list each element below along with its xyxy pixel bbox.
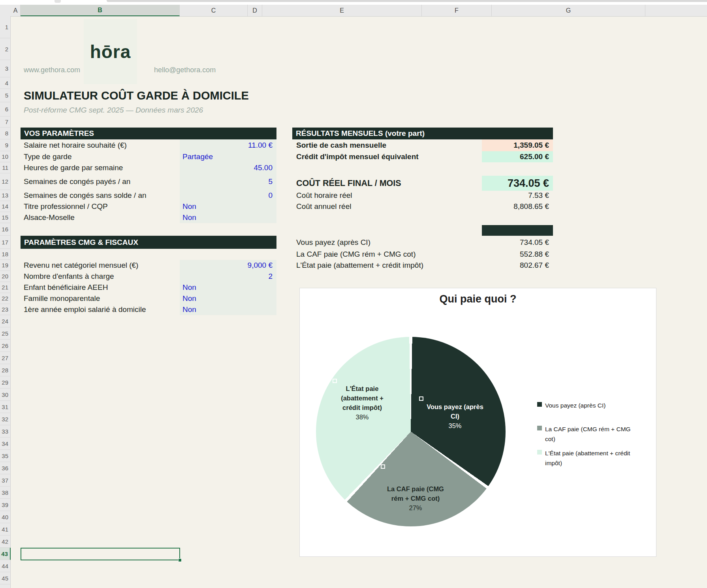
pie-slice-label: La CAF paie (CMGrém + CMG cot)27% [387, 484, 444, 513]
param-input-cell[interactable]: 2 [180, 271, 273, 282]
spreadsheet-app: ABCDEFG 12345678910111213141516171819202… [0, 0, 707, 588]
row-header-13[interactable]: 13 [0, 190, 11, 201]
result-value: 734.05 € [482, 176, 549, 191]
row-header-35[interactable]: 35 [0, 450, 11, 462]
row-header-40[interactable]: 40 [0, 511, 11, 523]
row-header-39[interactable]: 39 [0, 499, 11, 511]
row-header-12[interactable]: 12 [0, 173, 11, 190]
cmg-section-title: PARAMÈTRES CMG & FISCAUX [24, 238, 138, 247]
fill-handle[interactable] [178, 558, 182, 562]
logo-box: hōra [84, 19, 137, 84]
param-input-cell[interactable]: 0 [180, 190, 273, 201]
row-header-30[interactable]: 30 [0, 389, 11, 401]
row-header-19[interactable]: 19 [0, 260, 11, 271]
row-header-37[interactable]: 37 [0, 474, 11, 487]
email-link[interactable]: hello@gethora.com [154, 66, 216, 74]
data-label-key-square [419, 396, 423, 401]
param-input-cell[interactable]: Partagée [182, 151, 213, 162]
row-header-8[interactable]: 8 [0, 128, 11, 139]
row-header-15[interactable]: 15 [0, 212, 11, 223]
param-label: Enfant bénéficiaire AEEH [24, 282, 108, 293]
result-label: Coût annuel réel [296, 201, 351, 212]
row-header-5[interactable]: 5 [0, 89, 11, 102]
param-label: Semaines de congés payés / an [24, 173, 130, 190]
row-header-18[interactable]: 18 [0, 249, 11, 260]
row-header-17[interactable]: 17 [0, 236, 11, 249]
row-header-2[interactable]: 2 [0, 38, 11, 60]
row-header-34[interactable]: 34 [0, 438, 11, 450]
param-input-cell[interactable]: Non [182, 201, 196, 212]
row-header-4[interactable]: 4 [0, 77, 11, 89]
page-subtitle: Post-réforme CMG sept. 2025 — Données ma… [24, 106, 203, 115]
row-header-3[interactable]: 3 [0, 60, 11, 77]
breakdown-label: Vous payez (après CI) [296, 236, 370, 249]
breakdown-value: 802.67 € [482, 260, 549, 271]
row-header-46[interactable]: 46 [0, 584, 11, 588]
param-input-cell[interactable]: 5 [180, 173, 273, 190]
row-header-31[interactable]: 31 [0, 401, 11, 413]
column-header-F[interactable]: F [422, 5, 492, 16]
param-label: Type de garde [24, 151, 71, 162]
row-header-1[interactable]: 1 [0, 16, 11, 38]
param-label: Famille monoparentale [24, 293, 100, 304]
row-header-43[interactable]: 43 [0, 548, 11, 560]
row-header-32[interactable]: 32 [0, 413, 11, 425]
param-input-cell[interactable]: Non [182, 282, 196, 293]
legend-swatch-icon [537, 450, 542, 455]
row-header-14[interactable]: 14 [0, 201, 11, 212]
param-input-cell[interactable]: 11.00 € [180, 139, 273, 151]
row-header-23[interactable]: 23 [0, 304, 11, 315]
column-header-B[interactable]: B [21, 5, 180, 16]
row-header-26[interactable]: 26 [0, 340, 11, 352]
top-chrome-notch [55, 0, 61, 3]
param-label: Nombre d'enfants à charge [24, 271, 114, 282]
legend-item[interactable]: La CAF paie (CMG rém + CMGcot) [537, 424, 650, 444]
row-header-16[interactable]: 16 [0, 223, 11, 236]
website-link[interactable]: www.gethora.com [24, 66, 80, 74]
column-header-D[interactable]: D [248, 5, 262, 16]
row-header-42[interactable]: 42 [0, 535, 11, 548]
data-label-key-square [381, 464, 385, 469]
row-header-21[interactable]: 21 [0, 282, 11, 293]
row-header-41[interactable]: 41 [0, 523, 11, 535]
param-input-cell[interactable]: Non [182, 304, 196, 315]
data-label-key-square [333, 379, 337, 383]
breakdown-value: 734.05 € [482, 236, 549, 249]
row-header-33[interactable]: 33 [0, 425, 11, 438]
row-header-29[interactable]: 29 [0, 376, 11, 389]
row-header-10[interactable]: 10 [0, 151, 11, 162]
row-header-9[interactable]: 9 [0, 139, 11, 151]
result-label: Coût horaire réel [296, 190, 352, 201]
column-header-G[interactable]: G [492, 5, 645, 16]
row-header-44[interactable]: 44 [0, 560, 11, 572]
row-header-22[interactable]: 22 [0, 293, 11, 304]
results-section-title: RÉSULTATS MENSUELS (votre part) [296, 129, 425, 138]
legend-item[interactable]: L'État paie (abattement + créditimpôt) [537, 448, 650, 468]
row-header-6[interactable]: 6 [0, 102, 11, 116]
row-header-38[interactable]: 38 [0, 487, 11, 499]
row-header-25[interactable]: 25 [0, 327, 11, 340]
row-header-45[interactable]: 45 [0, 572, 11, 584]
param-input-cell[interactable]: 45.00 [180, 162, 273, 173]
param-input-cell[interactable]: Non [182, 212, 196, 223]
row-header-11[interactable]: 11 [0, 162, 11, 173]
column-header-C[interactable]: C [180, 5, 248, 16]
row-header-36[interactable]: 36 [0, 462, 11, 474]
column-header-A[interactable]: A [11, 5, 21, 16]
param-input-cell[interactable]: Non [182, 293, 196, 304]
column-header-E[interactable]: E [262, 5, 422, 16]
legend-label: Vous payez (après CI) [545, 400, 605, 410]
row-header-20[interactable]: 20 [0, 271, 11, 282]
result-value: 8,808.65 € [482, 201, 549, 212]
selected-cell-b43[interactable] [21, 548, 180, 560]
row-header-27[interactable]: 27 [0, 352, 11, 364]
row-header-24[interactable]: 24 [0, 315, 11, 327]
param-input-cell[interactable]: 9,000 € [180, 260, 273, 271]
column-header-strip: ABCDEFG [0, 5, 707, 17]
legend-swatch-icon [537, 426, 542, 430]
pie-slice-label: Vous payez (aprèsCI)35% [427, 402, 483, 430]
row-header-28[interactable]: 28 [0, 364, 11, 376]
logo-text: hōra [90, 41, 131, 62]
legend-item[interactable]: Vous payez (après CI) [537, 400, 650, 410]
row-header-7[interactable]: 7 [0, 116, 11, 128]
